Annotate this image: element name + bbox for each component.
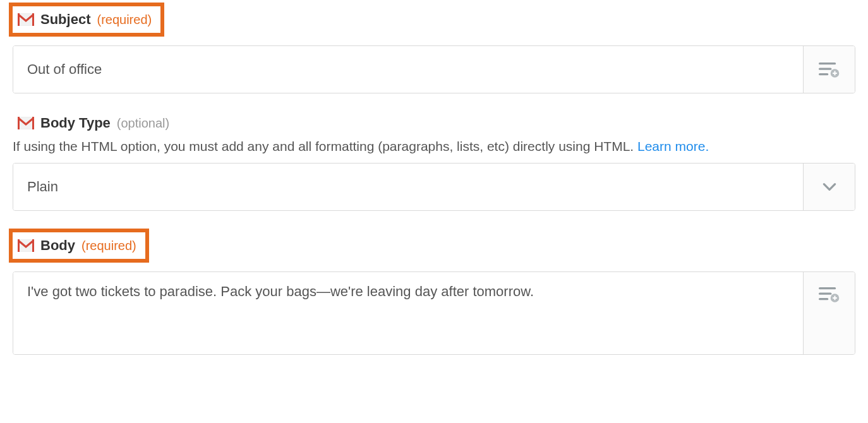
gmail-icon — [18, 13, 34, 26]
subject-field: Subject (required) Out of office — [13, 3, 855, 93]
svg-rect-1 — [18, 13, 20, 26]
body-field: Body (required) I've got two tickets to … — [13, 229, 855, 355]
gmail-icon — [18, 239, 34, 252]
svg-rect-10 — [18, 117, 20, 129]
svg-rect-13 — [18, 239, 20, 252]
body-label: Body — [40, 237, 75, 254]
insert-data-button[interactable] — [803, 46, 855, 93]
body-type-description-text: If using the HTML option, you must add a… — [13, 139, 637, 153]
insert-list-plus-icon — [819, 286, 840, 302]
body-type-field: Body Type (optional) If using the HTML o… — [13, 111, 855, 211]
body-type-label-row: Body Type (optional) — [13, 111, 855, 135]
body-type-description: If using the HTML option, you must add a… — [13, 139, 855, 154]
svg-rect-11 — [32, 117, 34, 129]
body-type-label: Body Type — [40, 115, 111, 131]
insert-data-button[interactable] — [803, 272, 855, 354]
learn-more-link[interactable]: Learn more. — [637, 139, 709, 153]
body-required-tag: (required) — [81, 239, 136, 253]
subject-label: Subject — [40, 11, 90, 28]
subject-input[interactable]: Out of office — [13, 46, 803, 93]
body-label-highlight: Body (required) — [9, 229, 149, 263]
body-type-select-row[interactable]: Plain — [13, 163, 855, 211]
body-input-row: I've got two tickets to paradise. Pack y… — [13, 271, 855, 355]
subject-label-highlight: Subject (required) — [9, 3, 164, 37]
body-type-value[interactable]: Plain — [13, 164, 803, 210]
dropdown-toggle-button[interactable] — [803, 164, 855, 210]
subject-required-tag: (required) — [97, 13, 152, 27]
svg-rect-2 — [32, 13, 34, 26]
gmail-icon — [18, 117, 34, 129]
subject-input-row: Out of office — [13, 45, 855, 93]
body-input[interactable]: I've got two tickets to paradise. Pack y… — [13, 272, 803, 354]
body-type-optional-tag: (optional) — [117, 116, 169, 131]
form-container: Subject (required) Out of office — [0, 0, 868, 385]
svg-rect-14 — [32, 239, 34, 252]
insert-list-plus-icon — [819, 61, 840, 78]
chevron-down-icon — [821, 179, 838, 195]
